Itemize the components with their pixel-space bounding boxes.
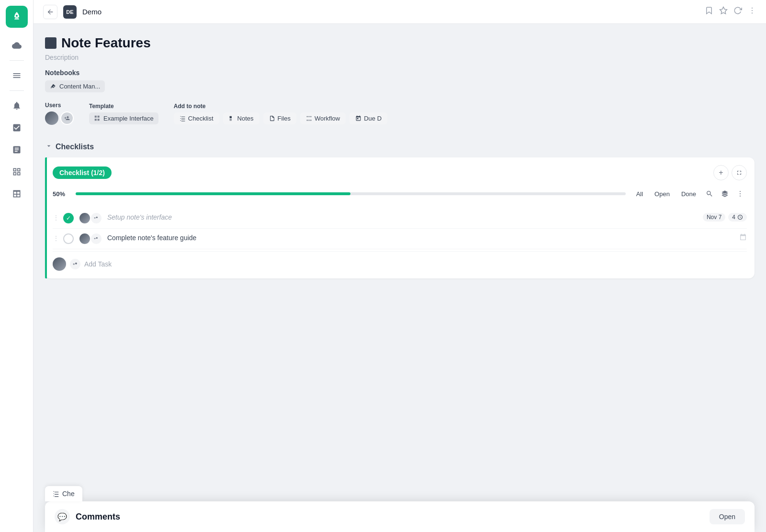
refresh-icon[interactable] [733,6,742,17]
checklist-expand-button[interactable] [732,165,747,180]
progress-bar [76,192,626,195]
task-add-user-button[interactable] [91,233,101,244]
checklist-bottom-tab[interactable]: Che [45,486,82,501]
add-workflow-button[interactable]: Workflow [300,112,346,124]
main-content: DE Demo Note Features Description Notebo [34,0,766,532]
sidebar-divider-1 [10,60,24,61]
app-logo[interactable] [6,6,28,28]
sidebar-item-bell[interactable] [8,97,26,115]
page-title-row: Note Features [45,35,755,51]
task-checkbox-done[interactable]: ✓ [63,213,74,223]
task-drag-handle[interactable]: ⋮ [53,213,59,222]
layers-filter-button[interactable] [718,187,732,200]
add-due-date-label: Due D [364,115,382,122]
sidebar-item-grid[interactable] [8,163,26,181]
page-title: Note Features [61,35,151,51]
add-user-button[interactable] [60,111,74,125]
add-checklist-button[interactable]: Checklist [174,112,219,124]
task-add-user-button[interactable] [91,213,101,223]
bookmark-icon[interactable] [705,6,713,17]
accent-line [45,157,47,278]
add-task-placeholder[interactable]: Add Task [84,260,112,268]
template-icon [94,115,101,122]
topbar: DE Demo [34,0,766,24]
search-tasks-button[interactable] [703,187,716,200]
page-title-icon [45,37,56,49]
svg-point-8 [740,193,741,194]
back-button[interactable] [43,5,57,19]
meta-row: Users Template Example Interface Add [45,102,755,133]
checklist-card-header: Checklist (1/2) + [53,165,747,180]
svg-point-3 [752,10,753,11]
add-files-button[interactable]: Files [263,112,296,124]
sidebar-item-tasks[interactable] [8,119,26,137]
template-section: Template Example Interface [89,103,158,124]
more-options-button[interactable] [733,187,747,200]
add-task-avatar [53,257,66,271]
notebook-chip-label: Content Man... [59,83,100,90]
task-meta-1: Nov 7 4 [703,213,747,222]
progress-percentage: 50% [53,190,70,198]
checklist-icon [180,115,186,122]
description-label[interactable]: Description [45,54,755,61]
svg-point-7 [740,191,741,192]
svg-point-4 [752,12,753,13]
topbar-actions [705,6,756,17]
task-calendar-icon[interactable] [739,233,747,243]
task-content-2: Complete note's feature guide [107,233,735,242]
add-notes-button[interactable]: Notes [223,112,259,124]
breadcrumb-badge: DE [63,5,77,19]
task-text: Complete note's feature guide [107,234,196,242]
more-icon[interactable] [748,6,756,17]
sidebar-item-menu[interactable] [8,66,26,85]
sidebar-item-table[interactable] [8,185,26,203]
rocket-icon [11,11,23,22]
add-task-add-user[interactable] [70,259,80,269]
task-checkbox-open[interactable] [63,233,74,244]
checklist-title-badge: Checklist (1/2) [53,166,112,179]
comments-icon: 💬 [55,509,70,524]
svg-point-9 [740,196,741,197]
add-to-note-label: Add to note [174,103,387,110]
users-section: Users [45,102,74,125]
files-icon [269,115,275,122]
filter-open-button[interactable]: Open [650,189,675,199]
star-icon[interactable] [719,6,728,17]
filter-all-button[interactable]: All [631,189,648,199]
task-avatars [79,213,101,223]
task-avatar [79,233,90,244]
notebook-icon [50,83,56,90]
svg-point-0 [16,15,18,17]
checklists-section-title: Checklists [56,143,94,151]
checklist-header-actions: + [713,165,747,180]
task-drag-handle[interactable]: ⋮ [53,233,59,242]
clock-icon [737,214,743,220]
sidebar-item-notes[interactable] [8,141,26,159]
comments-popup: 💬 Comments Open [45,501,755,532]
checklists-chevron[interactable] [45,142,53,152]
svg-rect-6 [229,119,231,121]
checklist-add-button[interactable]: + [713,165,729,180]
filter-buttons: All Open Done [631,187,747,200]
task-item: ⋮ Complete note's feature guide [53,229,747,249]
sidebar-item-cloud[interactable] [8,36,26,55]
comments-open-button[interactable]: Open [710,509,745,524]
notebook-chip[interactable]: Content Man... [45,80,105,92]
users-row [45,111,74,125]
add-to-note-row: Checklist Notes Files Workflow [174,112,387,124]
filter-done-button[interactable]: Done [676,189,701,199]
template-chip-label: Example Interface [103,115,154,122]
add-due-date-button[interactable]: Due D [349,112,387,124]
task-item: ⋮ ✓ Setup note's interface Nov 7 4 [53,208,747,229]
progress-bar-fill [76,192,350,195]
workflow-icon [306,115,312,122]
template-label: Template [89,103,158,110]
add-task-row: Add Task [53,251,747,271]
template-chip[interactable]: Example Interface [89,112,158,124]
bottom-bar: Che 💬 Comments Open [34,486,766,532]
avatar [45,111,58,125]
add-notes-label: Notes [237,115,254,122]
add-checklist-label: Checklist [188,115,214,122]
sidebar [0,0,34,532]
task-avatar [79,213,90,223]
